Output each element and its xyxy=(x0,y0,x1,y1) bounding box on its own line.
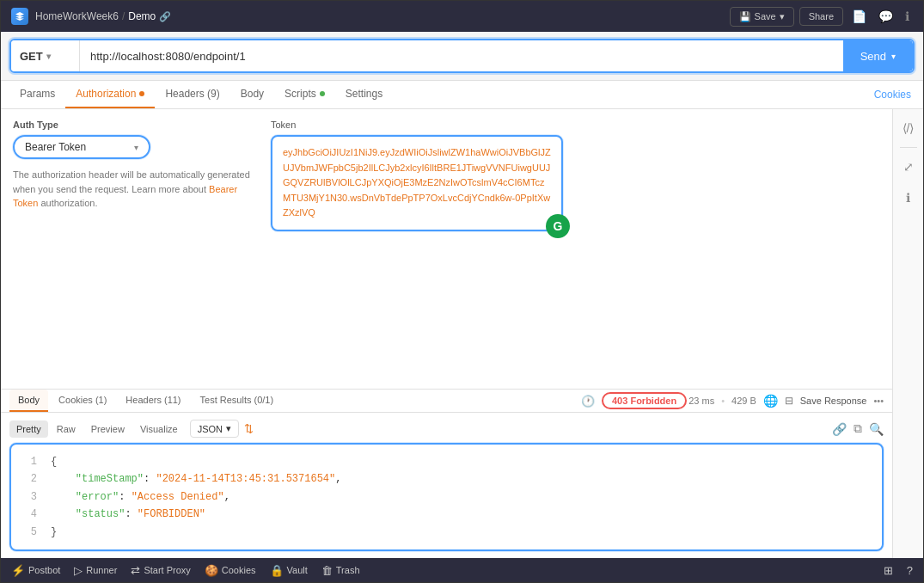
details-icon[interactable]: ⊟ xyxy=(785,395,793,407)
grid-icon-item[interactable]: ⊞ xyxy=(884,564,893,577)
auth-type-panel: Auth Type Bearer Token ▾ The authorizati… xyxy=(13,120,254,211)
cookies-bottom-icon: 🍪 xyxy=(205,564,218,577)
url-bar-area: GET ▾ Send ▾ xyxy=(1,32,923,81)
right-sidebar: ⟨/⟩ ⤢ ℹ xyxy=(892,109,923,558)
postbot-icon: ⚡ xyxy=(11,564,25,577)
tab-scripts[interactable]: Scripts xyxy=(274,81,335,108)
link-icon[interactable]: 🔗 xyxy=(159,11,171,22)
collection-name[interactable]: Demo xyxy=(128,10,156,22)
vault-item[interactable]: 🔒 Vault xyxy=(270,564,308,577)
response-code-block: 1 { 2 "timeStamp": "2024-11-14T13:45:31.… xyxy=(9,443,884,551)
filter-icon[interactable]: ⇅ xyxy=(244,422,254,435)
top-bar: HomeWorkWeek6 / Demo 🔗 💾 Save ▾ Share 📄 … xyxy=(1,1,923,32)
copy-icon[interactable]: ⧉ xyxy=(854,421,862,436)
method-select[interactable]: GET ▾ xyxy=(11,40,80,71)
history-icon[interactable]: 🕐 xyxy=(576,395,600,408)
proxy-icon: ⇄ xyxy=(131,564,140,577)
send-button[interactable]: Send ▾ xyxy=(843,40,913,71)
method-chevron: ▾ xyxy=(46,52,51,61)
cv-tab-pretty[interactable]: Pretty xyxy=(9,420,48,438)
method-value: GET xyxy=(20,50,43,63)
code-line-5: 5 } xyxy=(23,524,870,541)
grid-icon: ⊞ xyxy=(884,564,893,577)
grammarly-icon: G xyxy=(546,214,570,238)
search-icon[interactable]: 🔍 xyxy=(869,422,884,436)
tab-bar: Params Authorization Headers (9) Body Sc… xyxy=(1,81,923,109)
code-actions: 🔗 ⧉ 🔍 xyxy=(832,421,884,436)
tab-body[interactable]: Body xyxy=(230,81,274,108)
cookies-bottom-item[interactable]: 🍪 Cookies xyxy=(205,564,256,577)
runner-item[interactable]: ▷ Runner xyxy=(74,564,117,577)
sidebar-expand-icon[interactable]: ⤢ xyxy=(896,155,921,179)
code-line-4: 4 "status": "FORBIDDEN" xyxy=(23,506,870,523)
cv-tab-visualize[interactable]: Visualize xyxy=(133,420,185,438)
response-area: Body Cookies (1) Headers (11) Test Resul… xyxy=(1,389,892,558)
token-value[interactable]: eyJhbGciOiJIUzI1NiJ9.eyJzdWIiOiJsliwlZW1… xyxy=(283,145,551,221)
comments-icon[interactable]: 💬 xyxy=(875,6,896,27)
start-proxy-item[interactable]: ⇄ Start Proxy xyxy=(131,564,190,577)
share-button[interactable]: Share xyxy=(799,7,843,26)
resp-tab-cookies[interactable]: Cookies (1) xyxy=(50,390,115,412)
auth-select-chevron: ▾ xyxy=(134,143,138,152)
copy-link-icon[interactable]: 🔗 xyxy=(832,422,847,436)
code-line-1: 1 { xyxy=(23,453,870,470)
status-badge: 403 Forbidden xyxy=(602,392,687,409)
bottom-bar: ⚡ Postbot ▷ Runner ⇄ Start Proxy 🍪 Cooki… xyxy=(1,558,923,582)
save-response-button[interactable]: Save Response xyxy=(800,396,867,406)
trash-icon: 🗑 xyxy=(321,564,333,577)
runner-icon: ▷ xyxy=(74,564,83,577)
code-line-2: 2 "timeStamp": "2024-11-14T13:45:31.5371… xyxy=(23,470,870,488)
help-item[interactable]: ? xyxy=(907,564,913,577)
tab-params[interactable]: Params xyxy=(9,81,65,108)
postbot-item[interactable]: ⚡ Postbot xyxy=(11,564,60,577)
top-bar-actions: 💾 Save ▾ Share 📄 💬 ℹ xyxy=(730,6,913,27)
token-panel: Token eyJhbGciOiJIUzI1NiJ9.eyJzdWIiOiJsl… xyxy=(271,120,880,231)
sidebar-code-icon[interactable]: ⟨/⟩ xyxy=(896,116,921,140)
tab-bar-right: Cookies xyxy=(874,89,915,101)
document-icon[interactable]: 📄 xyxy=(848,6,870,27)
info-icon[interactable]: ℹ xyxy=(902,6,913,27)
auth-type-label: Auth Type xyxy=(13,120,254,130)
main-content: Auth Type Bearer Token ▾ The authorizati… xyxy=(1,109,892,558)
workspace-name[interactable]: HomeWorkWeek6 xyxy=(35,10,119,22)
resp-tab-body[interactable]: Body xyxy=(9,390,48,412)
tab-headers[interactable]: Headers (9) xyxy=(155,81,229,108)
tab-settings[interactable]: Settings xyxy=(335,81,393,108)
code-tools: Pretty Raw Preview Visualize xyxy=(9,420,884,438)
sidebar-info-icon[interactable]: ℹ xyxy=(896,186,921,210)
format-select[interactable]: JSON ▾ xyxy=(190,420,239,438)
auth-token-panel: Auth Type Bearer Token ▾ The authorizati… xyxy=(1,109,892,242)
authorization-dot xyxy=(139,91,144,96)
token-label: Token xyxy=(271,120,880,130)
vault-icon: 🔒 xyxy=(270,564,284,577)
format-chevron: ▾ xyxy=(226,423,231,434)
auth-note: The authorization header will be automat… xyxy=(13,168,254,211)
cookies-link[interactable]: Cookies xyxy=(874,89,911,101)
url-bar: GET ▾ Send ▾ xyxy=(9,39,915,73)
token-box: eyJhbGciOiJIUzI1NiJ9.eyJzdWIiOiJsliwlZW1… xyxy=(271,135,563,231)
more-options-button[interactable]: ••• xyxy=(873,396,884,406)
code-viewer: Pretty Raw Preview Visualize xyxy=(1,413,892,558)
save-chevron: ▾ xyxy=(780,11,785,22)
auth-type-select[interactable]: Bearer Token ▾ xyxy=(13,135,150,159)
response-tab-bar: Body Cookies (1) Headers (11) Test Resul… xyxy=(1,390,892,413)
cv-tab-raw[interactable]: Raw xyxy=(50,420,83,438)
scripts-dot xyxy=(320,91,325,96)
tab-authorization[interactable]: Authorization xyxy=(65,81,155,108)
response-meta: 23 ms • 429 B 🌐 ⊟ Save Response ••• xyxy=(688,394,884,408)
url-input[interactable] xyxy=(80,40,843,71)
breadcrumb-separator: / xyxy=(122,10,125,22)
code-view-tabs: Pretty Raw Preview Visualize xyxy=(9,420,185,438)
resp-tab-headers[interactable]: Headers (11) xyxy=(117,390,189,412)
cv-tab-preview[interactable]: Preview xyxy=(84,420,132,438)
globe-icon[interactable]: 🌐 xyxy=(763,394,778,408)
tab-bar-left: Params Authorization Headers (9) Body Sc… xyxy=(9,81,393,108)
postman-icon xyxy=(11,8,28,25)
auth-type-value: Bearer Token xyxy=(25,141,127,153)
help-icon: ? xyxy=(907,564,913,577)
trash-item[interactable]: 🗑 Trash xyxy=(321,564,360,577)
resp-tab-test-results[interactable]: Test Results (0/1) xyxy=(192,390,283,412)
breadcrumb: HomeWorkWeek6 / Demo 🔗 xyxy=(35,10,171,22)
save-icon: 💾 xyxy=(739,11,751,22)
save-button[interactable]: 💾 Save ▾ xyxy=(730,7,794,27)
